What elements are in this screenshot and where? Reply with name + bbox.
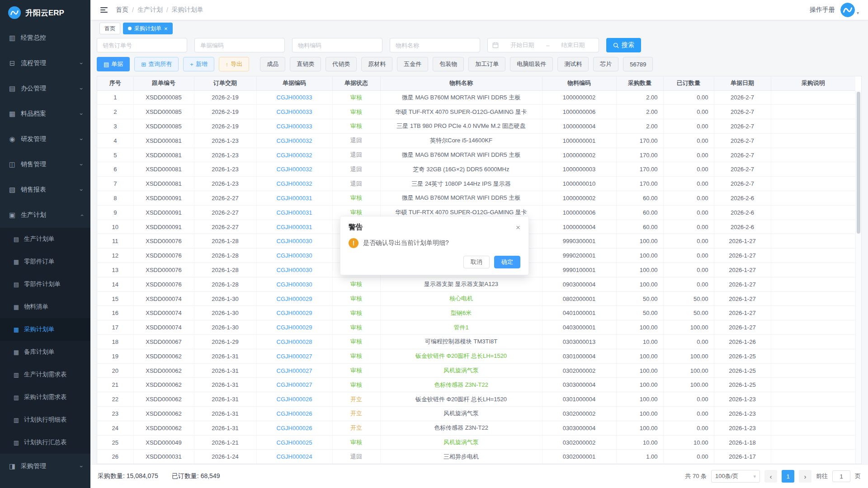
table-row[interactable]: 4XSDD0000812026-1-23CGJH000032退回英特尔Core … <box>97 133 855 148</box>
cell-code[interactable]: CGJH000027 <box>256 378 332 392</box>
sidebar-item-parts-order[interactable]: ▦零部件订单 <box>0 250 90 273</box>
category-button-3[interactable]: 原材料 <box>361 57 392 71</box>
sidebar-item-prod-plan-order[interactable]: ▤生产计划单 <box>0 228 90 250</box>
table-row[interactable]: 14XSDD0000762026-1-28CGJH000030审核显示器支架 显… <box>97 277 855 291</box>
table-row[interactable]: 6XSDD0000812026-1-23CGJH000032退回芝奇 32GB … <box>97 162 855 177</box>
sidebar-item-workshop[interactable]: ⊡车间设置› <box>0 479 90 488</box>
manual-link[interactable]: 操作手册 <box>810 6 835 14</box>
cell-code[interactable]: CGJH000032 <box>256 148 332 162</box>
sidebar-item-production-plan[interactable]: ▣生产计划› <box>0 202 90 228</box>
category-button-6[interactable]: 加工订单 <box>468 57 505 71</box>
cell-code[interactable]: CGJH000027 <box>256 363 332 378</box>
cell-code[interactable]: CGJH000030 <box>256 277 332 291</box>
table-row[interactable]: 23XSDD0000622026-1-31CGJH000026开立风机旋涡气泵0… <box>97 407 855 421</box>
scrollbar-thumb[interactable] <box>857 92 860 234</box>
cell-code[interactable]: CGJH000025 <box>256 435 332 450</box>
table-row[interactable]: 2XSDD0000852026-2-19CGJH000033审核华硕 TUF-R… <box>97 105 855 119</box>
export-button[interactable]: ↑ 导出 <box>219 57 250 71</box>
user-avatar[interactable] <box>840 3 855 17</box>
table-row[interactable]: 25XSDD0000492026-1-21CGJH000025审核风机旋涡气泵0… <box>97 435 855 450</box>
tab-home[interactable]: 首页 <box>99 23 120 34</box>
sidebar-item-sales-report[interactable]: ▧销售报表› <box>0 177 90 202</box>
cell-code[interactable]: CGJH000026 <box>256 421 332 435</box>
cell-code[interactable]: CGJH000030 <box>256 249 332 263</box>
cell-code[interactable]: CGJH000030 <box>256 263 332 277</box>
goto-page-input[interactable] <box>832 470 850 482</box>
table-row[interactable]: 26XSDD0000312026-1-24CGJH000024退回三相异步电机0… <box>97 450 855 464</box>
vertical-scrollbar[interactable] <box>855 91 861 464</box>
table-row[interactable]: 21XSDD0000622026-1-31CGJH000027审核色标传感器 Z… <box>97 378 855 392</box>
page-size-select[interactable]: 100条/页 ▾ <box>711 470 760 483</box>
next-page-button[interactable]: › <box>799 470 811 483</box>
category-button-1[interactable]: 直销类 <box>290 57 321 71</box>
table-row[interactable]: 16XSDD0000742026-1-30CGJH000029审核型钢6米040… <box>97 306 855 320</box>
sidebar-item-purchase-plan-order[interactable]: ▦采购计划单 <box>0 318 90 341</box>
date-range-picker[interactable]: 开始日期 – 结束日期 <box>487 38 599 52</box>
category-button-2[interactable]: 代销类 <box>326 57 357 71</box>
category-button-5[interactable]: 包装物 <box>433 57 464 71</box>
breadcrumb-item[interactable]: 首页 <box>116 6 128 14</box>
category-button-0[interactable]: 成品 <box>260 57 285 71</box>
category-button-8[interactable]: 测试料 <box>557 57 589 71</box>
table-row[interactable]: 15XSDD0000742026-1-30CGJH000029审核核心电机080… <box>97 291 855 306</box>
table-row[interactable]: 3XSDD0000852026-2-19CGJH000033审核三星 1TB 9… <box>97 119 855 134</box>
cell-code[interactable]: CGJH000024 <box>256 450 332 464</box>
search-button[interactable]: 搜索 <box>606 38 641 52</box>
add-button[interactable]: + 新增 <box>183 57 214 71</box>
dialog-close-icon[interactable]: × <box>516 224 520 231</box>
material-code-input[interactable] <box>292 38 382 52</box>
sidebar-item-materials[interactable]: ▦料品档案› <box>0 101 90 127</box>
sidebar-item-stock-plan-order[interactable]: ▦备库计划单 <box>0 341 90 363</box>
cell-code[interactable]: CGJH000028 <box>256 335 332 349</box>
tab-purchase-plan[interactable]: 采购计划单 × <box>123 23 173 34</box>
query-all-button[interactable]: ⊞ 查询所有 <box>134 57 179 71</box>
sidebar-item-plan-exec-summary[interactable]: ▥计划执行汇总表 <box>0 431 90 454</box>
cell-code[interactable]: CGJH000033 <box>256 90 332 105</box>
category-button-10[interactable]: 56789 <box>623 57 653 71</box>
category-button-7[interactable]: 电脑组装件 <box>510 57 553 71</box>
sidebar-item-plan-exec-detail[interactable]: ▥计划执行明细表 <box>0 408 90 431</box>
table-row[interactable]: 22XSDD0000622026-1-31CGJH000026开立钣金铰链件 Φ… <box>97 392 855 407</box>
table-row[interactable]: 24XSDD0000622026-1-31CGJH000026开立色标传感器 Z… <box>97 421 855 435</box>
tab-close-icon[interactable]: × <box>164 26 168 32</box>
confirm-button[interactable]: 确定 <box>494 256 520 268</box>
sidebar-item-rnd[interactable]: ◉研发管理› <box>0 127 90 152</box>
material-name-input[interactable] <box>390 38 480 52</box>
table-row[interactable]: 17XSDD0000742026-1-30CGJH000029审核管件10403… <box>97 320 855 335</box>
cell-code[interactable]: CGJH000029 <box>256 320 332 335</box>
prev-page-button[interactable]: ‹ <box>764 470 777 483</box>
user-menu-caret-icon[interactable]: ▾ <box>857 10 859 15</box>
cancel-button[interactable]: 取消 <box>463 256 490 268</box>
cell-code[interactable]: CGJH000032 <box>256 162 332 177</box>
sidebar-item-purchase-plan-demand[interactable]: ▥采购计划需求表 <box>0 386 90 408</box>
document-button[interactable]: ▤ 单据 <box>97 57 130 71</box>
cell-code[interactable]: CGJH000033 <box>256 119 332 134</box>
sidebar-item-dashboard[interactable]: ▥经营总控 <box>0 25 90 51</box>
category-button-4[interactable]: 五金件 <box>397 57 428 71</box>
page-1-button[interactable]: 1 <box>782 470 794 483</box>
cell-code[interactable]: CGJH000030 <box>256 234 332 249</box>
collapse-menu-icon[interactable] <box>99 5 108 14</box>
sidebar-item-parts-plan-order[interactable]: ▤零部件计划单 <box>0 273 90 296</box>
cell-code[interactable]: CGJH000031 <box>256 220 332 234</box>
table-row[interactable]: 18XSDD0000672026-1-29CGJH000028审核可编程控制器模… <box>97 335 855 349</box>
sidebar-item-purchase[interactable]: ◨采购管理› <box>0 454 90 479</box>
table-row[interactable]: 19XSDD0000622026-1-31CGJH000027审核钣金铰链件 Φ… <box>97 349 855 363</box>
sidebar-item-sales[interactable]: ◫销售管理› <box>0 152 90 177</box>
cell-code[interactable]: CGJH000032 <box>256 177 332 191</box>
cell-code[interactable]: CGJH000029 <box>256 291 332 306</box>
table-row[interactable]: 7XSDD0000812026-1-23CGJH000032退回三星 24英寸 … <box>97 177 855 191</box>
cell-code[interactable]: CGJH000033 <box>256 105 332 119</box>
breadcrumb-item[interactable]: 生产计划 <box>137 6 163 14</box>
table-row[interactable]: 1XSDD0000852026-2-19CGJH000033审核微星 MAG B… <box>97 90 855 105</box>
cell-code[interactable]: CGJH000026 <box>256 407 332 421</box>
cell-code[interactable]: CGJH000031 <box>256 205 332 220</box>
table-row[interactable]: 20XSDD0000622026-1-31CGJH000027审核风机旋涡气泵0… <box>97 363 855 378</box>
cell-code[interactable]: CGJH000029 <box>256 306 332 320</box>
sales-order-input[interactable] <box>97 38 187 52</box>
sidebar-item-office[interactable]: ▤办公管理› <box>0 76 90 101</box>
table-row[interactable]: 5XSDD0000812026-1-23CGJH000032退回微星 MAG B… <box>97 148 855 162</box>
category-button-9[interactable]: 芯片 <box>593 57 618 71</box>
sidebar-item-process[interactable]: ⊟流程管理› <box>0 51 90 76</box>
cell-code[interactable]: CGJH000031 <box>256 191 332 206</box>
